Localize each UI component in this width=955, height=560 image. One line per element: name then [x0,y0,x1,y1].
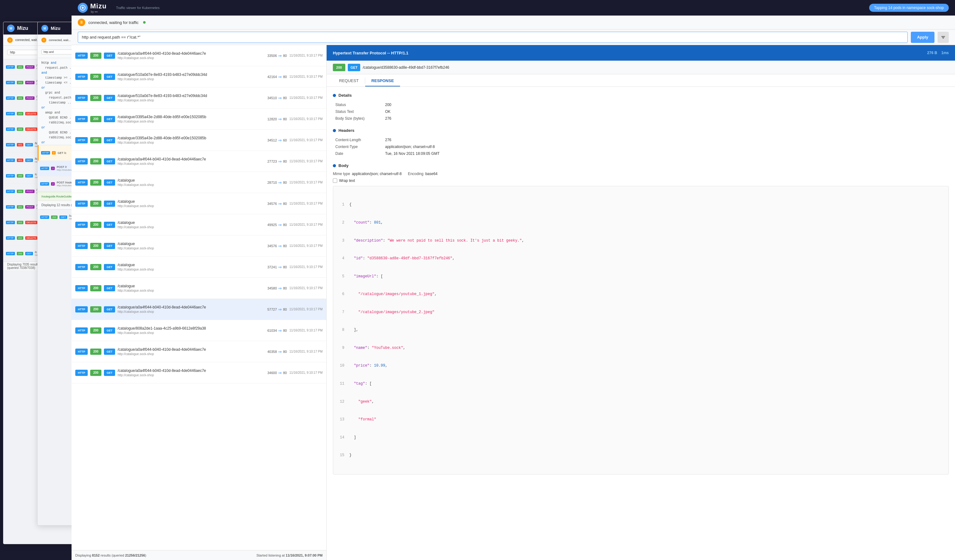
header-label: Date [333,150,383,157]
status-dot [143,21,146,23]
header-row: Content-Length 276 [333,136,949,143]
traffic-time: 11/16/2021, 9:10:17 PM [289,54,323,57]
traffic-host: http://catalogue.sock-shop [117,183,265,186]
traffic-row[interactable]: HTTP 200 GET /catalogue http://catalogue… [72,257,326,278]
logo-icon [78,3,88,13]
status-badge: 200 [90,200,102,207]
traffic-list-scroll[interactable]: HTTP 200 GET /catalogue/a0a4f044-b040-41… [72,45,326,550]
traffic-host: http://catalogue.sock-shop [117,141,265,144]
status-pause-icon[interactable]: II [78,19,85,26]
detail-value: 276 [383,115,949,122]
traffic-path: /catalogue/510a0d7e-8e83-4193-b483-e27e0… [117,94,265,98]
detail-row: Body Size (bytes) 276 [333,115,949,122]
traffic-row[interactable]: HTTP 200 GET /catalogue/a0a4f044-b040-41… [72,151,326,172]
mime-type-value: application/json; charset=utf-8 [352,172,402,176]
traffic-row[interactable]: HTTP 200 GET /catalogue/808a2de1-1aaa-4c… [72,320,326,341]
logo-text: Mizu [90,2,107,10]
traffic-info: /catalogue http://catalogue.sock-shop [117,284,265,292]
traffic-host: http://catalogue.sock-shop [117,289,265,292]
detail-subheader: 200 GET /catalogue/d3588630-ad8e-49df-bb… [327,61,955,74]
status-badge: 200 [90,137,102,143]
traffic-host: http://catalogue.sock-shop [117,162,265,166]
traffic-row[interactable]: HTTP 200 GET /catalogue http://catalogue… [72,278,326,299]
status-badge: 200 [90,180,102,186]
body-mime-type: Mime type application/json; charset=utf-… [333,172,402,176]
traffic-row[interactable]: HTTP 200 GET /catalogue http://catalogue… [72,214,326,235]
apply-button[interactable]: Apply [911,32,935,43]
traffic-info: /catalogue/a0a4f044-b040-410d-8ead-4de04… [117,157,265,166]
traffic-row[interactable]: HTTP 200 GET /catalogue/510a0d7e-8e83-41… [72,88,326,108]
app-tagline: Traffic viewer for Kubernetes [116,6,160,9]
method-badge: GET [104,370,115,376]
traffic-row[interactable]: HTTP 200 GET /catalogue/3395a43e-2d88-40… [72,108,326,130]
traffic-meta: 42164⇒80 [267,74,287,79]
traffic-path: /catalogue/808a2de1-1aaa-4c25-a9b9-6612e… [117,326,265,330]
traffic-row[interactable]: HTTP 200 GET /catalogue http://catalogue… [72,235,326,257]
status-badge: 200 [90,243,102,249]
method-badge: GET [104,158,115,164]
status-badge: 200 [90,95,102,101]
mime-type-label: Mime type [333,172,350,176]
filter-options-button[interactable] [938,32,949,43]
traffic-footer: Displaying 8152 results (queried 21256/2… [72,550,326,560]
traffic-row[interactable]: HTTP 200 GET /catalogue http://catalogue… [72,193,326,214]
tab-response[interactable]: RESPONSE [365,75,400,86]
protocol-badge: HTTP [75,370,88,376]
traffic-row[interactable]: HTTP 200 GET /catalogue/3395a43e-2d88-40… [72,130,326,151]
traffic-time: 11/16/2021, 9:10:17 PM [289,223,323,226]
content-area: HTTP 200 GET /catalogue/a0a4f044-b040-41… [72,45,955,560]
wrap-text-checkbox[interactable] [333,178,337,183]
traffic-row[interactable]: HTTP 200 GET /catalogue/a0a4f044-b040-41… [72,45,326,66]
section-title-body: Body [338,163,349,168]
top-bar: Mizu by ▪▪▪ Traffic viewer for Kubernete… [72,0,955,16]
traffic-path: /catalogue/a0a4f044-b040-410d-8ead-4de04… [117,368,265,373]
details-section: Details Status 200 Status Text OK Body S… [333,93,949,122]
filter-input[interactable] [78,32,908,43]
traffic-path: /catalogue [117,199,265,204]
protocol-badge: HTTP [75,200,88,207]
traffic-path: /catalogue/a0a4f044-b040-410d-8ead-4de04… [117,51,265,56]
encoding-label: Encoding [408,172,423,176]
wrap-text-toggle[interactable]: Wrap text [333,178,949,183]
header-label: Content-Length [333,136,383,143]
protocol-badge: HTTP [75,327,88,334]
status-text-bg1: connected, wait... [15,38,39,42]
traffic-row-selected[interactable]: HTTP 200 GET /catalogue/a0a4f044-b040-41… [72,299,326,320]
detail-row: Status Text OK [333,108,949,115]
body-encoding: Encoding base64 [408,172,437,176]
protocol-badge: HTTP [75,349,88,355]
traffic-row[interactable]: HTTP 200 GET /catalogue/510a0d7e-8e83-41… [72,66,326,88]
traffic-info: /catalogue http://catalogue.sock-shop [117,242,265,250]
traffic-time: 11/16/2021, 9:10:17 PM [289,96,323,100]
traffic-time: 11/16/2021, 9:10:17 PM [289,202,323,205]
traffic-info: /catalogue/510a0d7e-8e83-4193-b483-e27e0… [117,94,265,102]
method-badge: GET [104,200,115,207]
status-badge: 200 [90,74,102,80]
status-badge: 200 [90,264,102,270]
traffic-row[interactable]: HTTP 200 GET /catalogue/a0a4f044-b040-41… [72,341,326,362]
traffic-row[interactable]: HTTP 200 GET /catalogue http://catalogue… [72,172,326,193]
detail-method-badge: GET [348,64,360,71]
svg-rect-3 [942,38,944,39]
detail-content[interactable]: Details Status 200 Status Text OK Body S… [327,87,955,560]
status-badge: 200 [90,349,102,355]
traffic-path: /catalogue/a0a4f044-b040-410d-8ead-4de04… [117,157,265,161]
detail-value: OK [383,108,949,115]
section-dot [333,129,336,132]
traffic-path: /catalogue/a0a4f044-b040-410d-8ead-4de04… [117,305,265,310]
section-title-headers: Headers [338,128,354,133]
tab-request[interactable]: REQUEST [333,75,365,86]
footer-time: Started listening at 11/16/2021, 9:07:00… [256,554,323,557]
traffic-meta: 27723⇒80 [267,159,287,164]
results-count: Displaying 8152 results (queried 21256/2… [75,554,146,557]
protocol-badge: HTTP [75,306,88,313]
traffic-path: /catalogue/3395a43e-2d88-40de-b95f-e00e1… [117,115,265,119]
protocol-badge: HTTP [75,137,88,143]
logo-icon-bg2: M [41,25,48,32]
traffic-path: /catalogue [117,242,265,246]
traffic-meta: 49925⇒80 [267,222,287,227]
protocol-badge: HTTP [75,158,88,164]
traffic-row[interactable]: HTTP 200 GET /catalogue/a0a4f044-b040-41… [72,362,326,383]
status-text-bg2: connected, wait... [49,39,70,42]
traffic-time: 11/16/2021, 9:10:17 PM [289,308,323,311]
